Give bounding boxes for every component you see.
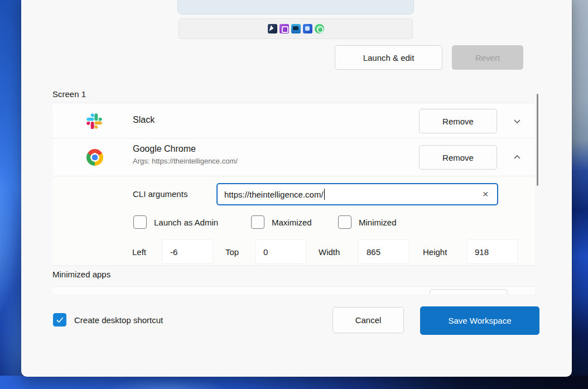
checkbox-label: Maximized [272, 218, 312, 227]
screen-preview [177, 0, 414, 15]
cancel-button[interactable]: Cancel [332, 307, 404, 333]
clipped-remove-button [430, 289, 508, 294]
revert-button[interactable]: Revert [452, 45, 523, 70]
purple-app-icon [279, 24, 289, 33]
checkbox-unchecked[interactable] [133, 215, 147, 229]
launch-and-edit-button[interactable]: Launch & edit [335, 45, 442, 70]
cli-arguments-value: https://theintelligence.com/ [224, 190, 324, 199]
checkbox-unchecked[interactable] [338, 215, 351, 229]
slack-icon [86, 113, 102, 131]
height-input[interactable] [466, 239, 518, 264]
app-row-chrome: Google Chrome Args: https://theintellige… [52, 138, 534, 176]
google-chrome-icon [86, 149, 103, 166]
left-input[interactable] [162, 239, 213, 264]
screen-section-title: Screen 1 [52, 89, 86, 99]
wallpaper-right [571, 0, 588, 389]
left-label: Left [132, 247, 146, 257]
app-name: Google Chrome [133, 144, 196, 154]
checkbox-label: Launch as Admin [154, 218, 218, 227]
clipped-app-row [52, 286, 534, 294]
checkbox-label: Minimized [359, 218, 397, 227]
preview-minimized-dock [179, 18, 413, 39]
green-app-icon [315, 24, 324, 33]
app-list: Slack Remove Google Chrome Args: https:/… [52, 103, 534, 266]
maximized-checkbox[interactable]: Maximized [251, 215, 312, 229]
chevron-up-icon[interactable] [512, 152, 523, 163]
app-args-subtitle: Args: https://theintelligence.com/ [133, 157, 238, 165]
app-name: Slack [133, 115, 155, 125]
width-label: Width [319, 247, 340, 257]
desktop: Launch & edit Revert Screen 1 Slack [0, 0, 588, 389]
clear-input-icon[interactable]: ✕ [479, 188, 491, 200]
workspace-editor-window: Launch & edit Revert Screen 1 Slack [21, 0, 572, 377]
launch-as-admin-checkbox[interactable]: Launch as Admin [133, 215, 218, 229]
remove-chrome-button[interactable]: Remove [419, 145, 497, 170]
minimized-checkbox[interactable]: Minimized [338, 215, 397, 229]
cli-arguments-input[interactable]: https://theintelligence.com/ ✕ [216, 183, 498, 205]
remove-slack-button[interactable]: Remove [419, 109, 497, 133]
teal-app-icon [291, 24, 301, 33]
cli-arguments-label: CLI arguments [133, 189, 187, 199]
scrollbar-thumb[interactable] [537, 94, 538, 186]
save-workspace-button[interactable]: Save Workspace [420, 306, 539, 335]
width-input[interactable] [358, 239, 409, 264]
checkbox-unchecked[interactable] [251, 215, 264, 229]
app-row-slack: Slack Remove [52, 103, 534, 138]
create-shortcut-label: Create desktop shortcut [74, 315, 163, 325]
wallpaper-left [0, 0, 22, 389]
cursor-app-icon [268, 24, 277, 33]
chrome-details-panel: CLI arguments https://theintelligence.co… [52, 176, 534, 266]
top-label: Top [225, 247, 239, 257]
blue-app-icon [303, 24, 312, 33]
create-shortcut-checkbox[interactable] [53, 313, 66, 326]
wallpaper-bottom [0, 376, 588, 389]
minimized-section-title: Minimized apps [52, 270, 110, 279]
chevron-down-icon[interactable] [512, 116, 523, 127]
top-input[interactable] [255, 239, 306, 264]
text-caret [324, 189, 325, 200]
height-label: Height [423, 247, 447, 257]
